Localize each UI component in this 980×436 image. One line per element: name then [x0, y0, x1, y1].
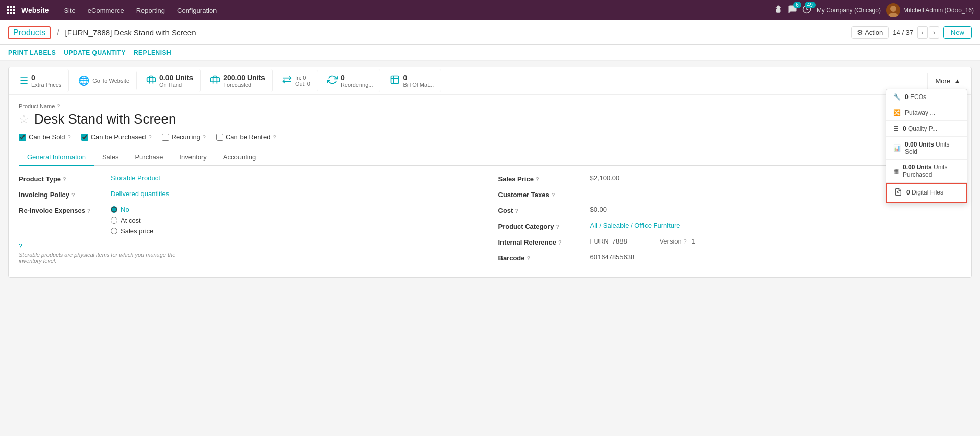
- tab-sales[interactable]: Sales: [94, 149, 127, 166]
- menu-reporting[interactable]: Reporting: [131, 5, 170, 16]
- product-name-row: ☆ Desk Stand with Screen: [19, 111, 961, 127]
- units-purchased-dropdown-item[interactable]: ▦ 0.00 Units Units Purchased: [886, 160, 967, 183]
- app-name[interactable]: Website: [21, 6, 49, 14]
- in-out-icon: [282, 75, 292, 87]
- more-label: More: [935, 77, 950, 85]
- internal-reference-row: Internal Reference ? FURN_7888 Version ?…: [498, 237, 962, 246]
- action-bar: PRINT LABELS UPDATE QUANTITY REPLENISH: [0, 45, 980, 61]
- favorite-star-icon[interactable]: ☆: [19, 113, 29, 126]
- product-type-row: Product Type ? Storable Product: [19, 174, 482, 183]
- reinvoice-at-cost[interactable]: At cost: [111, 216, 153, 224]
- tab-accounting[interactable]: Accounting: [215, 149, 264, 166]
- product-title[interactable]: Desk Stand with Screen: [34, 111, 176, 127]
- menu-site[interactable]: Site: [59, 5, 80, 16]
- digital-files-label: Digital Files: [912, 189, 943, 196]
- grid-icon[interactable]: [6, 5, 15, 16]
- units-sold-dropdown-item[interactable]: 📊 0.00 Units Units Sold: [886, 137, 967, 160]
- next-button[interactable]: ›: [929, 26, 939, 39]
- on-hand-count: 0.00 Units: [159, 74, 193, 82]
- header-right: ⚙ Action 14 / 37 ‹ › New: [851, 26, 972, 39]
- product-category-value[interactable]: All / Saleable / Office Furniture: [590, 222, 962, 229]
- recurring-help[interactable]: ?: [203, 134, 206, 140]
- extra-prices-btn[interactable]: ☰ 0 Extra Prices: [13, 69, 69, 92]
- barcode-value[interactable]: 601647855638: [590, 253, 962, 261]
- invoicing-policy-help[interactable]: ?: [71, 192, 75, 198]
- can-be-sold-checkbox[interactable]: Can be Sold ?: [19, 133, 71, 141]
- activities-icon-btn[interactable]: 49: [802, 5, 811, 16]
- can-be-rented-checkbox[interactable]: Can be Rented ?: [216, 133, 276, 141]
- quality-dropdown-item[interactable]: ☰ 0 Quality P...: [886, 121, 967, 137]
- internal-reference-value[interactable]: FURN_7888 Version ? 1: [590, 237, 962, 245]
- internal-reference-help[interactable]: ?: [558, 239, 562, 246]
- invoicing-policy-value[interactable]: Delivered quantities: [111, 190, 482, 198]
- prev-button[interactable]: ‹: [917, 26, 927, 39]
- on-hand-label: On Hand: [159, 82, 193, 88]
- cost-value[interactable]: $0.00: [590, 206, 962, 213]
- putaway-dropdown-item[interactable]: 🔀 Putaway ...: [886, 105, 967, 121]
- can-be-purchased-help[interactable]: ?: [148, 134, 151, 140]
- breadcrumb-products[interactable]: Products: [8, 26, 51, 39]
- cost-help[interactable]: ?: [515, 208, 518, 214]
- on-hand-btn[interactable]: 0.00 Units On Hand: [139, 69, 201, 92]
- svg-rect-8: [13, 12, 15, 14]
- units-sold-icon: 📊: [893, 144, 901, 152]
- digital-files-dropdown-item[interactable]: 0 Digital Files: [886, 183, 967, 203]
- recurring-checkbox[interactable]: Recurring ?: [162, 133, 206, 141]
- product-tabs: General Information Sales Purchase Inven…: [19, 149, 961, 166]
- user-avatar: [886, 3, 900, 17]
- can-be-rented-help[interactable]: ?: [273, 134, 276, 140]
- reinvoice-at-cost-label: At cost: [121, 216, 141, 224]
- chat-icon-btn[interactable]: 6: [788, 5, 797, 16]
- ecos-dropdown-item[interactable]: 🔧 0 ECOs: [886, 89, 967, 105]
- bug-icon-btn[interactable]: [774, 5, 783, 16]
- action-button[interactable]: ⚙ Action: [851, 26, 889, 39]
- product-name-help-icon[interactable]: ?: [57, 103, 60, 109]
- customer-taxes-help[interactable]: ?: [552, 192, 555, 198]
- version-help[interactable]: ?: [683, 238, 686, 245]
- menu-configuration[interactable]: Configuration: [172, 5, 222, 16]
- go-to-website-btn[interactable]: 🌐 Go To Website: [71, 71, 137, 90]
- customer-taxes-label: Customer Taxes ?: [498, 190, 590, 199]
- product-type-help[interactable]: ?: [63, 176, 66, 182]
- more-dropdown-container[interactable]: More ▲ 🔧 0 ECOs 🔀 Putaway ... ☰ 0 Qualit…: [927, 73, 967, 89]
- forecasted-btn[interactable]: 200.00 Units Forecasted: [203, 69, 273, 92]
- can-be-purchased-checkbox[interactable]: Can be Purchased ?: [81, 133, 152, 141]
- hint-link[interactable]: ?: [19, 243, 22, 250]
- tab-purchase[interactable]: Purchase: [127, 149, 171, 166]
- extra-prices-icon: ☰: [20, 75, 28, 86]
- print-labels-btn[interactable]: PRINT LABELS: [8, 48, 56, 57]
- barcode-label: Barcode ?: [498, 253, 590, 262]
- company-name[interactable]: My Company (Chicago): [817, 7, 881, 14]
- menu-ecommerce[interactable]: eCommerce: [83, 5, 129, 16]
- product-category-help[interactable]: ?: [556, 224, 560, 230]
- reinvoice-help[interactable]: ?: [87, 208, 91, 214]
- new-button[interactable]: New: [943, 26, 972, 39]
- in-out-btn[interactable]: In: 0 Out: 0: [275, 70, 318, 91]
- tab-general-information[interactable]: General Information: [19, 149, 94, 166]
- tab-inventory[interactable]: Inventory: [171, 149, 214, 166]
- svg-rect-5: [13, 9, 15, 11]
- sales-price-help[interactable]: ?: [536, 176, 539, 182]
- activities-badge: 49: [805, 2, 816, 8]
- barcode-help[interactable]: ?: [527, 255, 531, 261]
- update-quantity-btn[interactable]: UPDATE QUANTITY: [64, 48, 126, 57]
- svg-rect-4: [10, 9, 12, 11]
- hint-section: ? Storable products are physical items f…: [19, 242, 482, 264]
- product-hint-text: Storable products are physical items for…: [19, 252, 193, 264]
- replenish-btn[interactable]: REPLENISH: [134, 48, 171, 57]
- reinvoice-no[interactable]: No: [111, 206, 153, 213]
- bom-btn[interactable]: 0 Bill Of Mat...: [383, 69, 441, 92]
- product-type-value[interactable]: Storable Product: [111, 174, 482, 182]
- cost-row: Cost ? $0.00: [498, 206, 962, 214]
- reinvoice-sales-price[interactable]: Sales price: [111, 227, 153, 235]
- reordering-icon: [327, 75, 338, 87]
- version-section: Version ? 1: [659, 237, 695, 245]
- quality-label: Quality P...: [908, 125, 937, 132]
- reordering-btn[interactable]: 0 Reordering...: [320, 69, 381, 92]
- user-menu[interactable]: Mitchell Admin (Odoo_16): [886, 3, 974, 17]
- can-be-sold-help[interactable]: ?: [68, 134, 71, 140]
- svg-rect-7: [10, 12, 12, 14]
- units-purchased-label: Purchased: [903, 171, 932, 178]
- units-sold-label: Sold: [905, 148, 917, 155]
- quality-icon: ☰: [893, 125, 899, 132]
